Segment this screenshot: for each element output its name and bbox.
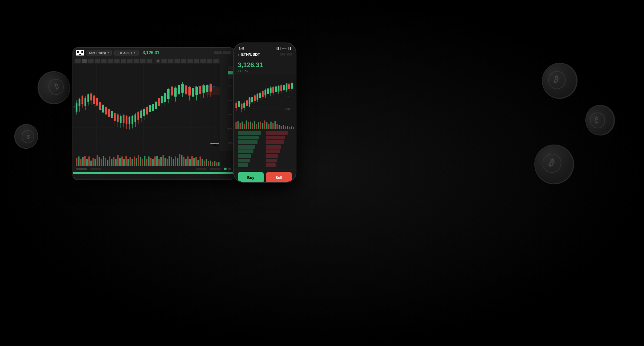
- sell-button[interactable]: Sell: [266, 172, 292, 183]
- svg-rect-125: [107, 160, 108, 166]
- svg-rect-24: [79, 99, 81, 106]
- svg-rect-148: [154, 156, 156, 166]
- svg-rect-132: [121, 156, 123, 166]
- toolbar-btn-11[interactable]: [140, 59, 146, 63]
- toolbar-btn-10[interactable]: [134, 59, 139, 63]
- toolbar-timeframe[interactable]: 1d: [156, 59, 160, 63]
- svg-text:$: $: [26, 133, 31, 140]
- svg-rect-123: [103, 156, 104, 166]
- tablet-toolbar: 1d: [73, 58, 234, 64]
- phone-pair-label: ETH/USDT: [241, 52, 260, 57]
- price-tick-3: 3160: [221, 99, 233, 102]
- svg-rect-171: [202, 159, 203, 166]
- svg-rect-248: [272, 123, 273, 129]
- toolbar-icon-4[interactable]: [181, 59, 186, 63]
- svg-rect-172: [204, 161, 205, 166]
- svg-rect-174: [208, 161, 209, 166]
- svg-rect-36: [96, 98, 98, 106]
- buy-button[interactable]: Buy: [238, 172, 264, 183]
- svg-text:₿: ₿: [53, 82, 60, 91]
- svg-rect-188: [241, 104, 243, 109]
- svg-rect-190: [243, 103, 245, 108]
- toolbar-icon-9[interactable]: [213, 59, 219, 63]
- tablet-price: 3,126.31: [143, 50, 159, 55]
- svg-rect-165: [189, 159, 191, 166]
- ask-row-8: [266, 163, 276, 167]
- toolbar-btn-2[interactable]: [82, 59, 87, 63]
- svg-rect-246: [268, 124, 269, 129]
- price-tick-6: 2980: [221, 141, 233, 144]
- chart-control-1[interactable]: [228, 66, 233, 70]
- svg-rect-176: [212, 162, 213, 166]
- info-box-2: [223, 51, 231, 54]
- tablet-device: Spot Trading ▼ ETH/USDT ▼ 3,126.31 1d: [72, 47, 235, 180]
- svg-rect-222: [286, 84, 288, 90]
- svg-rect-64: [137, 112, 139, 120]
- svg-rect-28: [84, 98, 86, 106]
- toolbar-btn-12[interactable]: [147, 59, 152, 63]
- svg-rect-167: [193, 158, 195, 166]
- svg-rect-30: [87, 94, 89, 102]
- toolbar-btn-3[interactable]: [88, 59, 94, 63]
- svg-rect-196: [251, 97, 253, 103]
- toolbar-btn-6[interactable]: [108, 59, 113, 63]
- toolbar-icon-6[interactable]: [194, 59, 199, 63]
- phone-actions: Buy Sell: [234, 169, 296, 183]
- buy-label-float[interactable]: Buy: [210, 143, 219, 144]
- svg-rect-153: [164, 158, 166, 166]
- svg-rect-206: [265, 90, 266, 96]
- toolbar-icon-2[interactable]: [168, 59, 173, 63]
- svg-rect-141: [140, 157, 141, 166]
- svg-rect-114: [84, 156, 85, 166]
- toolbar-icon-3[interactable]: [174, 59, 180, 63]
- svg-rect-166: [191, 156, 193, 166]
- svg-rect-22: [76, 103, 78, 112]
- svg-rect-230: [235, 122, 236, 129]
- phone-price-section: 3,126.31 +1.19%: [234, 59, 296, 75]
- svg-rect-130: [117, 155, 118, 166]
- toolbar-icon-8[interactable]: [207, 59, 212, 63]
- svg-rect-173: [206, 159, 207, 166]
- svg-rect-137: [131, 159, 133, 166]
- ask-row-5: [266, 149, 280, 153]
- toolbar-btn-9[interactable]: [127, 59, 133, 63]
- toolbar-icon-7[interactable]: [200, 59, 206, 63]
- bottom-pill-2: [90, 168, 101, 170]
- svg-rect-117: [90, 161, 92, 166]
- chart-control-2[interactable]: [228, 71, 233, 74]
- bid-row-1: [238, 131, 261, 135]
- svg-rect-175: [210, 161, 211, 166]
- chart-control-3[interactable]: [228, 75, 233, 79]
- svg-text:₿: ₿: [547, 157, 556, 168]
- svg-rect-169: [197, 160, 199, 166]
- toolbar-btn-4[interactable]: [95, 59, 100, 63]
- svg-rect-151: [160, 157, 162, 166]
- pair-dropdown[interactable]: ETH/USDT ▼: [114, 50, 139, 56]
- back-button[interactable]: ‹: [238, 52, 239, 57]
- phone-orderbook: [234, 129, 296, 169]
- svg-rect-127: [111, 159, 112, 166]
- svg-rect-119: [94, 159, 96, 166]
- toolbar-btn-7[interactable]: [114, 59, 120, 63]
- phone-volume: [234, 118, 296, 129]
- svg-rect-168: [195, 157, 197, 166]
- svg-rect-157: [173, 159, 174, 166]
- svg-rect-52: [120, 116, 122, 123]
- svg-rect-136: [130, 157, 131, 166]
- phone-price: 3,126.31: [238, 61, 292, 69]
- phone-change: +1.19%: [238, 69, 292, 73]
- wifi-icon: WiFi: [282, 47, 287, 50]
- toolbar-icon-5[interactable]: [187, 59, 193, 63]
- tablet-chart-area: Buy 3280 3220 3160 3100 3040 2980: [73, 64, 234, 151]
- svg-rect-76: [155, 102, 157, 109]
- pagination-dots: [224, 168, 231, 170]
- spot-trading-dropdown[interactable]: Spot Trading ▼: [87, 50, 112, 56]
- toolbar-btn-8[interactable]: [121, 59, 126, 63]
- ask-row-6: [266, 154, 278, 158]
- toolbar-icon-1[interactable]: [161, 59, 167, 63]
- toolbar-btn-5[interactable]: [101, 59, 107, 63]
- toolbar-btn-1[interactable]: [75, 59, 81, 63]
- svg-rect-152: [163, 155, 164, 166]
- tablet-bottom-bar: [73, 166, 234, 172]
- bottom-pill-1: [76, 168, 87, 170]
